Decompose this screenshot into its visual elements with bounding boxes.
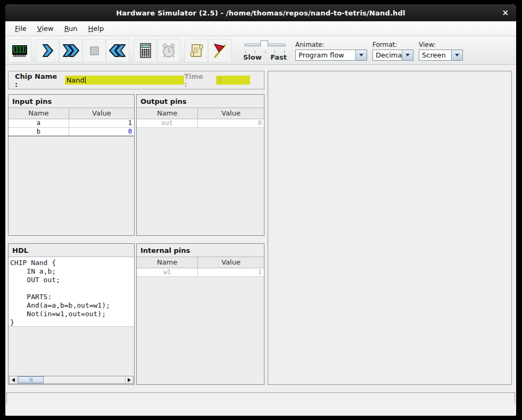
stop-button[interactable] bbox=[82, 39, 106, 62]
window-title: Hardware Simulator (2.5) - /home/thomas/… bbox=[116, 9, 405, 17]
format-combo-wrap: Format: Decimal bbox=[372, 41, 413, 61]
animate-dropdown-button[interactable] bbox=[356, 50, 367, 61]
menu-file[interactable]: File bbox=[10, 22, 32, 35]
pin-name-cell: w1 bbox=[137, 268, 198, 276]
speed-slider[interactable]: Slow Fast bbox=[243, 39, 287, 62]
calculator-button[interactable] bbox=[134, 39, 157, 62]
animate-combobox[interactable]: Program flow bbox=[295, 50, 367, 61]
column-header-value: Value bbox=[198, 108, 264, 119]
input-pins-panel: Input pins Name Value a 1 b 0 bbox=[8, 94, 135, 236]
input-pins-title: Input pins bbox=[9, 95, 134, 108]
hdl-title: HDL bbox=[9, 244, 134, 257]
slider-slow-label: Slow bbox=[243, 53, 262, 61]
internal-pins-table: Name Value w1 1 bbox=[137, 257, 264, 277]
format-dropdown-button[interactable] bbox=[402, 50, 413, 61]
double-chevron-left-icon bbox=[109, 42, 127, 60]
animate-combo-wrap: Animate: Program flow bbox=[295, 41, 367, 61]
menu-bar: File View Run Help bbox=[5, 21, 516, 36]
table-row: a 1 bbox=[9, 119, 134, 127]
pin-value-cell: 0 bbox=[198, 119, 264, 127]
title-bar: Hardware Simulator (2.5) - /home/thomas/… bbox=[5, 4, 516, 21]
column-header-value: Value bbox=[69, 108, 134, 119]
app-window: Hardware Simulator (2.5) - /home/thomas/… bbox=[5, 4, 516, 416]
code-line: CHIP Nand { bbox=[10, 259, 134, 267]
input-pins-table: Name Value a 1 b 0 bbox=[9, 108, 134, 136]
pin-value-cell[interactable]: 0 bbox=[69, 127, 134, 136]
chevron-right-icon bbox=[38, 42, 56, 60]
main-content: Chip Name : Nand Time : 7 Input pins Nam… bbox=[5, 65, 516, 391]
breakpoint-button[interactable] bbox=[208, 39, 231, 62]
code-line: } bbox=[10, 318, 134, 327]
table-row: w1 1 bbox=[137, 268, 264, 276]
internal-pins-panel: Internal pins Name Value w1 1 bbox=[136, 243, 264, 385]
run-button[interactable] bbox=[59, 39, 82, 62]
format-label: Format: bbox=[372, 41, 413, 48]
clock-button[interactable] bbox=[157, 39, 180, 62]
scrollbar-thumb[interactable] bbox=[18, 376, 44, 383]
ram-chip-icon bbox=[11, 42, 29, 60]
chevron-down-icon bbox=[405, 54, 410, 56]
output-pins-panel: Output pins Name Value out 0 bbox=[136, 94, 264, 236]
hdl-horizontal-scrollbar[interactable] bbox=[9, 376, 134, 384]
script-button[interactable] bbox=[185, 39, 208, 62]
code-line: PARTS: bbox=[10, 293, 134, 301]
reset-button[interactable] bbox=[106, 39, 129, 62]
view-label: View: bbox=[419, 41, 463, 48]
chip-name-value: Nand bbox=[67, 76, 85, 84]
chip-name-bar: Chip Name : Nand Time : 7 bbox=[8, 71, 264, 89]
pin-value-cell: 1 bbox=[198, 268, 264, 276]
stop-square-icon bbox=[85, 42, 103, 60]
calculator-icon bbox=[136, 42, 154, 60]
code-line: OUT out; bbox=[10, 276, 134, 284]
chip-name-input[interactable]: Nand bbox=[65, 76, 185, 85]
format-value[interactable]: Decimal bbox=[372, 50, 402, 61]
scroll-left-button[interactable] bbox=[10, 376, 18, 383]
single-step-button[interactable] bbox=[36, 39, 59, 62]
format-combobox[interactable]: Decimal bbox=[372, 50, 413, 61]
double-chevron-right-icon bbox=[62, 42, 80, 60]
output-pins-title: Output pins bbox=[137, 95, 264, 108]
code-line: IN a,b; bbox=[10, 267, 134, 276]
flag-icon bbox=[211, 42, 229, 60]
slider-fast-label: Fast bbox=[270, 53, 287, 61]
scroll-right-button[interactable] bbox=[125, 376, 133, 383]
animate-label: Animate: bbox=[295, 41, 367, 48]
triangle-right-icon bbox=[128, 378, 131, 382]
code-line bbox=[10, 284, 134, 293]
pin-name-cell: a bbox=[9, 119, 69, 127]
pin-name-cell: b bbox=[9, 127, 69, 136]
slider-thumb[interactable] bbox=[260, 40, 268, 50]
column-header-name: Name bbox=[137, 108, 198, 119]
view-combobox[interactable]: Screen bbox=[419, 50, 463, 61]
internal-pins-title: Internal pins bbox=[137, 244, 264, 257]
close-icon[interactable]: × bbox=[502, 8, 509, 18]
scroll-icon bbox=[187, 42, 205, 60]
toolbar: Slow Fast Animate: Program flow Format: … bbox=[5, 36, 516, 65]
table-row: out 0 bbox=[137, 119, 264, 127]
chevron-down-icon bbox=[359, 54, 363, 56]
code-line: Not(in=w1,out=out); bbox=[10, 310, 134, 318]
alarm-clock-icon bbox=[160, 42, 178, 60]
code-line: And(a=a,b=b,out=w1); bbox=[10, 301, 134, 310]
output-pins-table: Name Value out 0 bbox=[137, 108, 264, 128]
screen-view-panel bbox=[268, 71, 512, 385]
view-value[interactable]: Screen bbox=[419, 50, 452, 61]
combo-group: Animate: Program flow Format: Decimal Vi… bbox=[295, 40, 463, 61]
load-chip-button[interactable] bbox=[8, 39, 31, 62]
pin-name-cell: out bbox=[137, 119, 198, 127]
pin-value-cell[interactable]: 1 bbox=[69, 119, 134, 127]
animate-value[interactable]: Program flow bbox=[295, 50, 356, 61]
menu-run[interactable]: Run bbox=[59, 22, 83, 35]
menu-help[interactable]: Help bbox=[83, 22, 110, 35]
time-input[interactable]: 7 bbox=[216, 76, 250, 85]
text-cursor bbox=[85, 77, 86, 84]
time-label: Time : bbox=[184, 72, 208, 88]
column-header-value: Value bbox=[198, 257, 264, 268]
view-dropdown-button[interactable] bbox=[452, 50, 463, 61]
status-message-bar bbox=[6, 392, 515, 404]
hdl-code-view: CHIP Nand { IN a,b; OUT out; PARTS: And(… bbox=[9, 257, 134, 327]
column-header-name: Name bbox=[9, 108, 69, 119]
menu-view[interactable]: View bbox=[32, 22, 59, 35]
triangle-left-icon bbox=[12, 378, 15, 382]
table-row: b 0 bbox=[9, 127, 134, 136]
